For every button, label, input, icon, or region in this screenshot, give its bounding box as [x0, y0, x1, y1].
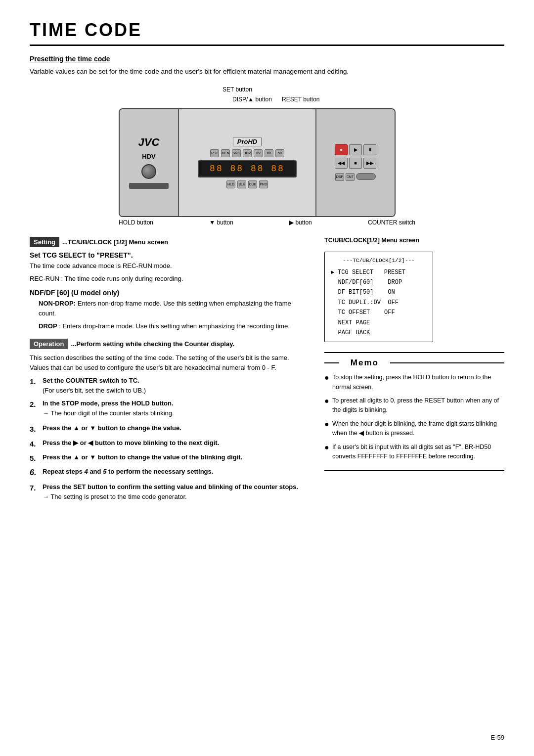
- section-heading: Presetting the time code: [30, 55, 504, 63]
- menu-row-4: TC DUPLI.:DV OFF: [331, 298, 427, 308]
- drop-text: DROP : Enters drop-frame mode. Use this …: [39, 321, 310, 331]
- bottom-labels: HOLD button ▼ button ▶ button COUNTER sw…: [119, 219, 415, 226]
- step-4-text: Press the ▶ or ◀ button to move blinking…: [43, 439, 219, 446]
- tcg-para1: The time code advance mode is REC-RUN mo…: [30, 261, 310, 271]
- menu-header: ---TC/UB/CLOCK[1/2]---: [331, 256, 427, 266]
- step-7: 7. Press the SET button to confirm the s…: [30, 482, 310, 504]
- menu-row-1-value: PRESET: [384, 269, 405, 276]
- left-column: Setting ...TC/UB/CLOCK [1/2] Menu screen…: [30, 237, 310, 507]
- step-2: 2. In the STOP mode, press the HOLD butt…: [30, 399, 310, 420]
- down-button-label: ▼ button: [209, 219, 233, 226]
- menu-btn: MEN: [221, 149, 230, 157]
- step-1: 1. Set the COUNTER switch to TC. (For us…: [30, 376, 310, 396]
- step-5-num: 5.: [30, 452, 40, 464]
- menu-row-1-label: TCG SELECT: [338, 269, 384, 276]
- panel-center: ProHD RST MEN SRC HDV DV 60 50 88 88 88 …: [179, 109, 315, 216]
- menu-row-5: TC OFFSET OFF: [331, 308, 427, 317]
- memo-item-4-text: If a user's bit is input with its all di…: [332, 443, 504, 462]
- ndf-text: NON-DROP: Enters non-drop frame mode. Us…: [39, 299, 310, 318]
- num50-btn: 50: [275, 149, 284, 157]
- setting-menu-title: ...TC/UB/CLOCK [1/2] Menu screen: [62, 238, 168, 246]
- memo-bullet-4: ●: [324, 443, 329, 452]
- step-7-arrow: → The setting is preset to the time code…: [43, 492, 310, 502]
- hold-btn: HLD: [226, 180, 235, 188]
- reset-btn: RST: [210, 149, 219, 157]
- memo-item-2: ● To preset all digits to 0, press the R…: [324, 396, 504, 415]
- stop-button: ■: [349, 158, 362, 169]
- step-2-text: In the STOP mode, press the HOLD button.: [43, 400, 174, 407]
- top-buttons: RST MEN SRC HDV DV 60 50: [210, 149, 284, 157]
- memo-bullet-2: ●: [324, 396, 329, 405]
- dv-btn: DV: [254, 149, 263, 157]
- step-2-arrow: → The hour digit of the counter starts b…: [43, 408, 310, 418]
- memo-item-2-text: To preset all digits to 0, press the RES…: [332, 396, 504, 415]
- step-6-num: 6.: [30, 467, 40, 479]
- step-5: 5. Press the ▲ or ▼ button to change the…: [30, 452, 310, 464]
- ndf-label: NON-DROP:: [39, 300, 76, 307]
- ndf-heading-text: NDF/DF [60] (U model only): [30, 289, 119, 297]
- step-3-content: Press the ▲ or ▼ button to change the va…: [43, 423, 310, 435]
- right-bottom-row: DSP CNT: [335, 173, 376, 181]
- counter-btn: CNT: [346, 173, 355, 181]
- hdv-label: HDV: [142, 153, 155, 160]
- counter-switch: [356, 173, 376, 180]
- operation-desc: ...Perform setting while checking the Co…: [71, 340, 234, 348]
- cue-btn: CUE: [248, 180, 257, 188]
- step-5-text: Press the ▲ or ▼ button to change the va…: [43, 453, 242, 461]
- step-3-text: Press the ▲ or ▼ button to change the va…: [43, 424, 181, 432]
- step-5-content: Press the ▲ or ▼ button to change the va…: [43, 452, 310, 464]
- memo-bullet-3: ●: [324, 419, 329, 429]
- operation-description-text: ...Perform setting while checking the Co…: [71, 340, 234, 348]
- step-7-text: Press the SET button to confirm the sett…: [43, 483, 298, 490]
- page-number: E-59: [491, 734, 504, 741]
- right-column: TC/UB/CLOCK[1/2] Menu screen ---TC/UB/CL…: [324, 237, 504, 507]
- operation-box: Operation: [30, 339, 68, 349]
- step-6: 6. Repeat steps 4 and 5 to perform the n…: [30, 467, 310, 479]
- menu-row-3: DF BIT[50] ON: [331, 287, 427, 297]
- main-content: Setting ...TC/UB/CLOCK [1/2] Menu screen…: [30, 237, 504, 507]
- memo-title-text: Memo: [351, 358, 379, 368]
- hold-button-label: HOLD button: [119, 219, 153, 226]
- step-3-num: 3.: [30, 423, 40, 435]
- prohd-label: ProHD: [233, 137, 262, 146]
- tcg-select-heading: Set TCG SELECT to "PRESET".: [30, 251, 310, 259]
- setting-header: Setting ...TC/UB/CLOCK [1/2] Menu screen: [30, 237, 310, 247]
- num60-btn: 60: [265, 149, 273, 157]
- memo-item-1-text: To stop the setting, press the HOLD butt…: [332, 373, 504, 392]
- tcg-para2: REC-RUN : The time code runs only during…: [30, 274, 310, 284]
- menu-row-2: NDF/DF[60] DROP: [331, 277, 427, 287]
- disp-button-label: DISP/▲ button: [232, 96, 272, 103]
- bottom-transport: ◀◀ ■ ▶▶: [335, 158, 376, 169]
- memo-title: Memo: [324, 358, 504, 368]
- power-knob: [141, 164, 156, 179]
- rec-button: ●: [335, 144, 348, 155]
- step-6-content: Repeat steps 4 and 5 to perform the nece…: [43, 467, 310, 479]
- step-2-content: In the STOP mode, press the HOLD button.…: [43, 399, 310, 420]
- step-1-num: 1.: [30, 376, 40, 396]
- reset-button-label: RESET button: [282, 96, 320, 103]
- step-7-num: 7.: [30, 482, 40, 504]
- step-3: 3. Press the ▲ or ▼ button to change the…: [30, 423, 310, 435]
- rew-button: ◀◀: [335, 158, 348, 169]
- memo-item-3-text: When the hour digit is blinking, the fra…: [332, 419, 504, 439]
- menu-screen-title: TC/UB/CLOCK[1/2] Menu screen: [324, 237, 504, 244]
- right-arrow-button-label: ▶ button: [289, 219, 312, 226]
- set-button-label: SET button: [222, 86, 252, 93]
- display-segment: 88 88 88 88: [198, 160, 297, 178]
- step-4-num: 4.: [30, 438, 40, 449]
- menu-row-6: NEXT PAGE: [331, 318, 427, 328]
- memo-left-line: [324, 362, 339, 363]
- diagram-inner: SET button DISP/▲ button RESET button ◀ …: [119, 86, 415, 226]
- page: TIME CODE Presetting the time code Varia…: [0, 0, 534, 756]
- hdv-btn: HDV: [243, 149, 252, 157]
- disp-btn: DSP: [335, 173, 344, 181]
- counter-switch-label: COUNTER switch: [368, 219, 415, 226]
- device-image: BR-HD50 JVC HDV ProHD RST MEN: [119, 108, 396, 217]
- operation-intro: This section describes the setting of th…: [30, 353, 310, 373]
- intro-paragraph: Variable values can be set for the time …: [30, 67, 504, 77]
- operation-header: Operation ...Perform setting while check…: [30, 339, 310, 349]
- memo-item-1: ● To stop the setting, press the HOLD bu…: [324, 373, 504, 392]
- drop-desc: : Enters drop-frame mode. Use this setti…: [59, 322, 290, 330]
- blank-btn: BLK: [237, 180, 246, 188]
- play-button: ▶: [349, 144, 362, 155]
